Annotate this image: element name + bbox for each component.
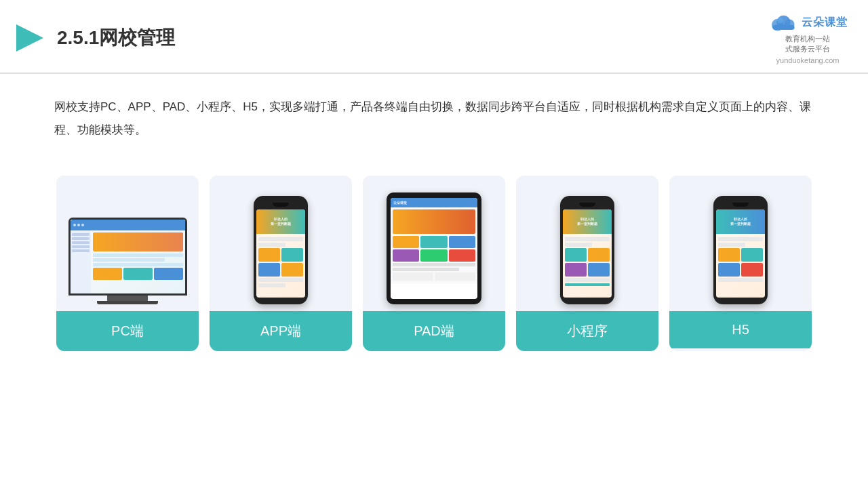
card-h5: 职达人的第一堂判断题 <box>669 176 812 351</box>
cards-container: PC端 职达人的第一堂判断题 <box>0 162 868 365</box>
app-phone-mockup: 职达人的第一堂判断题 <box>254 196 308 304</box>
svg-rect-4 <box>772 25 794 30</box>
card-miniprogram-image: 职达人的第一堂判断题 <box>516 176 658 311</box>
card-miniprogram-label: 小程序 <box>516 311 658 351</box>
logo-tagline: 教育机构一站 式服务云平台 <box>785 34 830 55</box>
description-text: 网校支持PC、APP、PAD、小程序、H5，实现多端打通，产品各终端自由切换，数… <box>0 74 868 155</box>
card-app: 职达人的第一堂判断题 <box>210 176 352 351</box>
pc-mockup <box>68 218 187 304</box>
card-pc-label: PC端 <box>56 311 199 351</box>
card-miniprogram: 职达人的第一堂判断题 <box>516 176 658 351</box>
card-pc: PC端 <box>56 176 199 351</box>
card-app-image: 职达人的第一堂判断题 <box>210 176 352 311</box>
tablet-mockup: 云朵课堂 <box>387 192 481 304</box>
header: 2.5.1网校管理 云朵课堂 教育机构一站 式服务云平台 yunduoketan… <box>0 0 868 74</box>
h5-phone-mockup: 职达人的第一堂判断题 <box>713 196 768 304</box>
svg-marker-0 <box>16 24 43 52</box>
card-pad: 云朵课堂 <box>363 176 505 351</box>
logo-text: 云朵课堂 <box>802 16 848 30</box>
cloud-logo-icon <box>768 12 797 33</box>
card-h5-label: H5 <box>669 311 812 348</box>
header-left: 2.5.1网校管理 <box>14 22 175 54</box>
logo-domain: yunduoketang.com <box>776 56 840 64</box>
miniprogram-phone-mockup: 职达人的第一堂判断题 <box>560 196 614 304</box>
play-icon <box>14 22 46 54</box>
card-pad-image: 云朵课堂 <box>363 176 505 311</box>
card-app-label: APP端 <box>210 311 352 351</box>
card-h5-image: 职达人的第一堂判断题 <box>669 176 812 311</box>
svg-point-5 <box>777 18 783 24</box>
logo-area: 云朵课堂 教育机构一站 式服务云平台 yunduoketang.com <box>768 12 848 64</box>
description-paragraph: 网校支持PC、APP、PAD、小程序、H5，实现多端打通，产品各终端自由切换，数… <box>54 96 814 142</box>
card-pc-image <box>56 176 199 311</box>
page-title: 2.5.1网校管理 <box>57 25 175 51</box>
card-pad-label: PAD端 <box>363 311 505 351</box>
logo-cloud: 云朵课堂 <box>768 12 848 33</box>
